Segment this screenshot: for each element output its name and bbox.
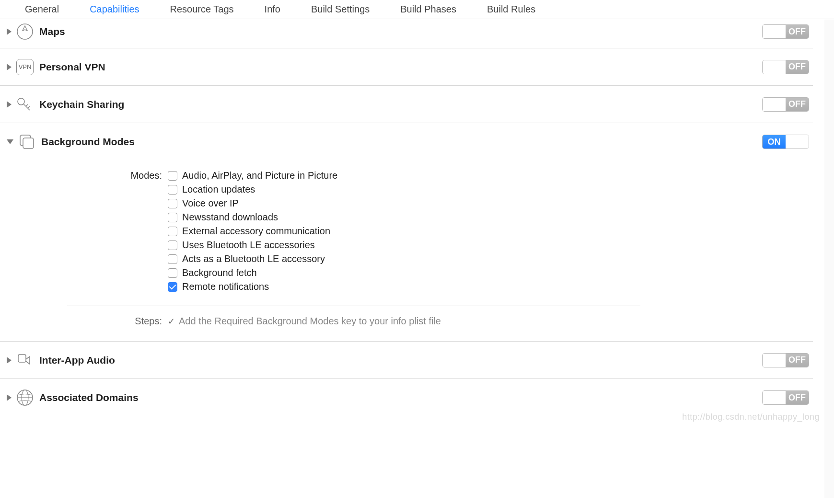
- capability-title: Associated Domains: [39, 392, 762, 403]
- globe-icon: [15, 388, 35, 407]
- divider: [67, 306, 640, 306]
- disclosure-triangle-icon[interactable]: [7, 28, 12, 35]
- disclosure-triangle-icon[interactable]: [7, 357, 12, 364]
- capability-row-maps: Maps OFF: [0, 19, 813, 48]
- mode-checkbox-row: Uses Bluetooth LE accessories: [168, 240, 337, 251]
- capability-title: Personal VPN: [39, 61, 762, 73]
- checkbox-label: Newsstand downloads: [182, 212, 278, 223]
- checkbox[interactable]: [168, 241, 177, 250]
- capability-row-keychain: Keychain Sharing OFF: [0, 86, 813, 123]
- checkbox-label: Uses Bluetooth LE accessories: [182, 240, 315, 251]
- mode-checkbox-row: Audio, AirPlay, and Picture in Picture: [168, 170, 337, 181]
- checkbox[interactable]: [168, 254, 177, 264]
- steps-label: Steps:: [67, 316, 168, 327]
- capability-row-inter-app-audio: Inter-App Audio OFF: [0, 342, 813, 379]
- tab-build-settings[interactable]: Build Settings: [310, 0, 371, 19]
- capability-title: Maps: [39, 26, 762, 37]
- checkbox-label: Remote notifications: [182, 281, 269, 292]
- capability-title: Background Modes: [41, 136, 762, 148]
- tab-resource-tags[interactable]: Resource Tags: [169, 0, 235, 19]
- mode-checkbox-row: Background fetch: [168, 267, 337, 278]
- checkbox-label: Acts as a Bluetooth LE accessory: [182, 253, 325, 264]
- checkbox[interactable]: [168, 268, 177, 278]
- svg-rect-4: [18, 355, 26, 362]
- svg-rect-3: [23, 138, 34, 149]
- checkbox-label: External accessory communication: [182, 226, 330, 237]
- mode-checkbox-row: Location updates: [168, 184, 337, 195]
- disclosure-triangle-icon[interactable]: [7, 394, 12, 401]
- checkbox[interactable]: [168, 282, 177, 292]
- disclosure-triangle-icon[interactable]: [7, 64, 12, 70]
- toggle-maps[interactable]: OFF: [762, 24, 809, 39]
- step-text: Add the Required Background Modes key to…: [179, 316, 441, 327]
- checkbox[interactable]: [168, 171, 177, 181]
- tab-general[interactable]: General: [24, 0, 60, 19]
- watermark-text: http://blog.csdn.net/unhappy_long: [682, 412, 820, 422]
- disclosure-triangle-icon[interactable]: [7, 101, 12, 108]
- tab-build-rules[interactable]: Build Rules: [486, 0, 536, 19]
- background-modes-detail: Modes: Audio, AirPlay, and Picture in Pi…: [0, 160, 813, 342]
- background-modes-icon: [17, 132, 36, 151]
- toggle-associated-domains[interactable]: OFF: [762, 390, 809, 405]
- checkmark-icon: ✓: [168, 316, 175, 327]
- capability-row-personal-vpn: VPN Personal VPN OFF: [0, 48, 813, 86]
- checkbox[interactable]: [168, 185, 177, 195]
- disclosure-triangle-icon[interactable]: [7, 139, 13, 144]
- checkbox-label: Location updates: [182, 184, 255, 195]
- tab-info[interactable]: Info: [264, 0, 281, 19]
- checkbox-label: Background fetch: [182, 267, 257, 278]
- toggle-background-modes[interactable]: ON: [762, 135, 809, 149]
- tab-capabilities[interactable]: Capabilities: [89, 0, 140, 19]
- mode-checkbox-row: Newsstand downloads: [168, 212, 337, 223]
- modes-checklist: Audio, AirPlay, and Picture in PictureLo…: [168, 170, 337, 295]
- mode-checkbox-row: Acts as a Bluetooth LE accessory: [168, 253, 337, 264]
- capability-row-associated-domains: Associated Domains OFF: [0, 379, 813, 416]
- tabs-bar: General Capabilities Resource Tags Info …: [0, 0, 834, 19]
- modes-label: Modes:: [67, 170, 168, 295]
- checkbox-label: Audio, AirPlay, and Picture in Picture: [182, 170, 337, 181]
- mode-checkbox-row: Voice over IP: [168, 198, 337, 209]
- vpn-icon: VPN: [15, 57, 35, 77]
- tab-build-phases[interactable]: Build Phases: [399, 0, 457, 19]
- audio-icon: [15, 351, 35, 370]
- toggle-inter-app-audio[interactable]: OFF: [762, 353, 809, 367]
- checkbox[interactable]: [168, 227, 177, 236]
- mode-checkbox-row: External accessory communication: [168, 226, 337, 237]
- mode-checkbox-row: Remote notifications: [168, 281, 337, 292]
- checkbox-label: Voice over IP: [182, 198, 239, 209]
- capabilities-list: Maps OFF VPN Personal VPN OFF Keychain S…: [0, 19, 824, 416]
- checkbox[interactable]: [168, 199, 177, 208]
- toggle-personal-vpn[interactable]: OFF: [762, 60, 809, 74]
- svg-point-1: [18, 98, 24, 105]
- checkbox[interactable]: [168, 213, 177, 222]
- capability-row-background-modes: Background Modes ON: [0, 123, 813, 160]
- key-icon: [15, 95, 35, 114]
- toggle-keychain[interactable]: OFF: [762, 97, 809, 112]
- capability-title: Keychain Sharing: [39, 99, 762, 110]
- maps-icon: [15, 22, 35, 41]
- capability-title: Inter-App Audio: [39, 355, 762, 366]
